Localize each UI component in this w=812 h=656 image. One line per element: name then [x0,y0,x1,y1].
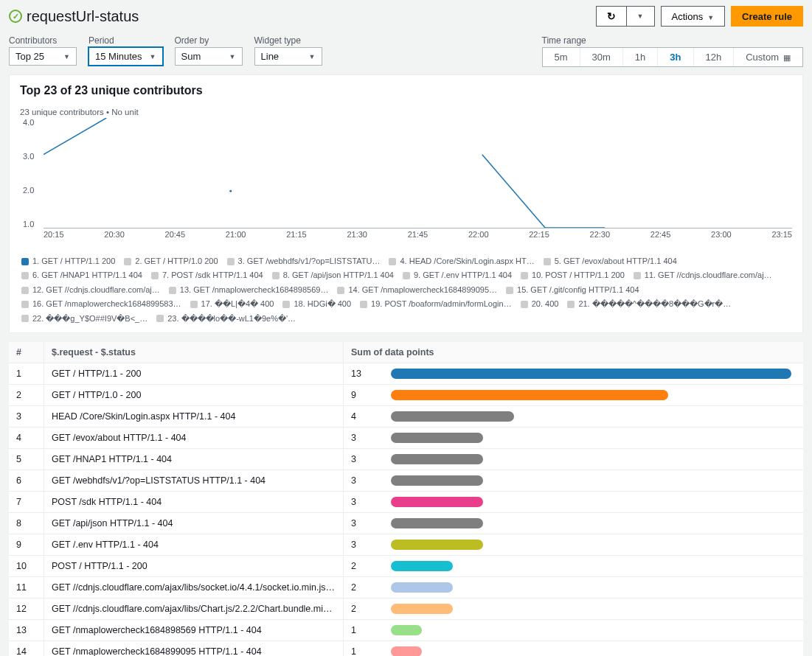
order-by-label: Order by [175,35,243,46]
legend-item[interactable]: 10. POST / HTTP/1.1 200 [521,269,625,282]
row-bar-cell [384,470,803,491]
col-num[interactable]: # [9,342,44,363]
time-range-label: Time range [542,35,804,46]
bar [391,411,514,422]
time-range-option-12h[interactable]: 12h [694,48,735,66]
line-chart[interactable]: 4.03.02.01.0 20:1520:3020:4521:0021:1521… [26,118,792,236]
row-bar-cell [384,577,803,598]
legend-item[interactable]: 3. GET /webhdfs/v1/?op=LISTSTATU… [227,255,381,268]
row-sum: 9 [344,385,384,405]
chart-legend: 1. GET / HTTP/1.1 2002. GET / HTTP/1.0 2… [20,251,792,327]
x-tick: 23:00 [711,230,732,239]
row-sum: 1 [344,620,384,641]
row-request: GET //cdnjs.cloudflare.com/ajax/libs/Cha… [44,599,344,619]
table-row[interactable]: 2GET / HTTP/1.0 - 2009 [9,385,803,406]
legend-item[interactable]: 15. GET /.git/config HTTP/1.1 404 [506,284,639,297]
legend-item[interactable]: 13. GET /nmaplowercheck1684898569… [169,284,329,297]
bar [391,582,453,593]
table-row[interactable]: 13GET /nmaplowercheck1684898569 HTTP/1.1… [9,620,803,641]
row-bar-cell [384,641,803,656]
legend-item[interactable]: 20. 400 [521,298,559,311]
legend-item[interactable]: 17. ��L|�4� 400 [190,298,274,311]
legend-text: 23. ����lo��-wL1�9e%�'… [167,313,296,326]
legend-item[interactable]: 12. GET //cdnjs.cloudflare.com/aj… [21,284,160,297]
row-bar-cell [384,406,803,427]
table-row[interactable]: 12GET //cdnjs.cloudflare.com/ajax/libs/C… [9,599,803,620]
refresh-dropdown-button[interactable] [626,6,655,27]
legend-text: 14. GET /nmaplowercheck1684899095… [348,284,497,297]
legend-text: 4. HEAD /Core/Skin/Login.aspx HT… [400,255,534,268]
legend-text: 7. POST /sdk HTTP/1.1 404 [162,269,263,282]
legend-item[interactable]: 18. HDGi� 400 [282,298,351,311]
legend-item[interactable]: 1. GET / HTTP/1.1 200 [21,255,115,268]
row-request: GET /HNAP1 HTTP/1.1 - 404 [44,449,344,470]
widget-type-value: Line [261,51,280,62]
legend-item[interactable]: 9. GET /.env HTTP/1.1 404 [403,269,512,282]
legend-text: 12. GET //cdnjs.cloudflare.com/aj… [32,284,160,297]
refresh-button[interactable] [596,6,626,27]
legend-text: 17. ��L|�4� 400 [201,298,274,311]
legend-item[interactable]: 14. GET /nmaplowercheck1684899095… [337,284,497,297]
bar [391,369,791,379]
legend-item[interactable]: 2. GET / HTTP/1.0 200 [124,255,218,268]
table-row[interactable]: 6GET /webhdfs/v1/?op=LISTSTATUS HTTP/1.1… [9,470,803,492]
legend-item[interactable]: 8. GET /api/json HTTP/1.1 404 [272,269,394,282]
legend-swatch [124,258,131,265]
row-bar-cell [384,620,803,641]
legend-item[interactable]: 23. ����lo��-wL1�9e%�'… [156,313,296,326]
row-number: 10 [9,556,44,576]
legend-item[interactable]: 5. GET /evox/about HTTP/1.1 404 [544,255,677,268]
legend-text: 6. GET /HNAP1 HTTP/1.1 404 [32,269,142,282]
time-range-option-1h[interactable]: 1h [623,48,658,66]
period-select[interactable]: 15 Minutes▼ [89,47,163,66]
col-request[interactable]: $.request - $.status [44,342,344,363]
chart-panel: Top 23 of 23 unique contributors 23 uniq… [9,74,803,333]
table-row[interactable]: 8GET /api/json HTTP/1.1 - 4043 [9,513,803,534]
time-range-option-5m[interactable]: 5m [543,48,580,66]
legend-item[interactable]: 4. HEAD /Core/Skin/Login.aspx HT… [389,255,534,268]
x-tick: 21:30 [347,230,367,239]
legend-item[interactable]: 22. ���g_Y$O##I9V�B<_… [21,313,148,326]
table-row[interactable]: 3HEAD /Core/Skin/Login.aspx HTTP/1.1 - 4… [9,406,803,428]
time-range-option-custom[interactable]: Custom [734,48,802,66]
row-number: 7 [9,492,44,512]
row-request: GET //cdnjs.cloudflare.com/ajax/libs/soc… [44,577,344,598]
x-tick: 21:45 [408,230,428,239]
table-row[interactable]: 11GET //cdnjs.cloudflare.com/ajax/libs/s… [9,577,803,599]
bar [391,433,483,443]
table-row[interactable]: 10POST / HTTP/1.1 - 2002 [9,556,803,577]
legend-swatch [272,272,280,279]
widget-type-select[interactable]: Line▼ [254,47,322,66]
table-row[interactable]: 4GET /evox/about HTTP/1.1 - 4043 [9,428,803,449]
bar [391,518,483,528]
legend-item[interactable]: 7. POST /sdk HTTP/1.1 404 [151,269,263,282]
bar [391,561,453,571]
contributors-select[interactable]: Top 25▼ [9,47,77,66]
order-by-select[interactable]: Sum▼ [175,47,243,66]
col-sum[interactable]: Sum of data points [344,342,803,363]
row-request: GET /.env HTTP/1.1 - 404 [44,534,344,555]
create-rule-button[interactable]: Create rule [731,6,803,27]
legend-item[interactable]: 16. GET /nmaplowercheck1684899583… [21,298,181,311]
table-row[interactable]: 7POST /sdk HTTP/1.1 - 4043 [9,492,803,513]
table-row[interactable]: 5GET /HNAP1 HTTP/1.1 - 4043 [9,449,803,470]
table-row[interactable]: 14GET /nmaplowercheck1684899095 HTTP/1.1… [9,641,803,656]
legend-text: 13. GET /nmaplowercheck1684898569… [180,284,329,297]
legend-item[interactable]: 11. GET //cdnjs.cloudflare.com/aj… [634,269,772,282]
actions-button[interactable]: Actions [661,6,726,27]
time-range-option-30m[interactable]: 30m [580,48,623,66]
row-number: 5 [9,449,44,470]
x-tick: 23:15 [771,230,792,239]
row-bar-cell [384,556,803,576]
table-row[interactable]: 1GET / HTTP/1.1 - 20013 [9,363,803,385]
legend-item[interactable]: 21. �����^����8���G�r�… [567,298,731,311]
legend-swatch [506,287,513,294]
time-range-option-3h[interactable]: 3h [658,48,693,66]
legend-text: 9. GET /.env HTTP/1.1 404 [414,269,512,282]
refresh-icon [607,10,616,22]
legend-item[interactable]: 19. POST /boaform/admin/formLogin… [360,298,512,311]
row-request: GET / HTTP/1.1 - 200 [44,363,344,384]
legend-swatch [337,287,344,294]
table-row[interactable]: 9GET /.env HTTP/1.1 - 4043 [9,534,803,556]
legend-item[interactable]: 6. GET /HNAP1 HTTP/1.1 404 [21,269,142,282]
